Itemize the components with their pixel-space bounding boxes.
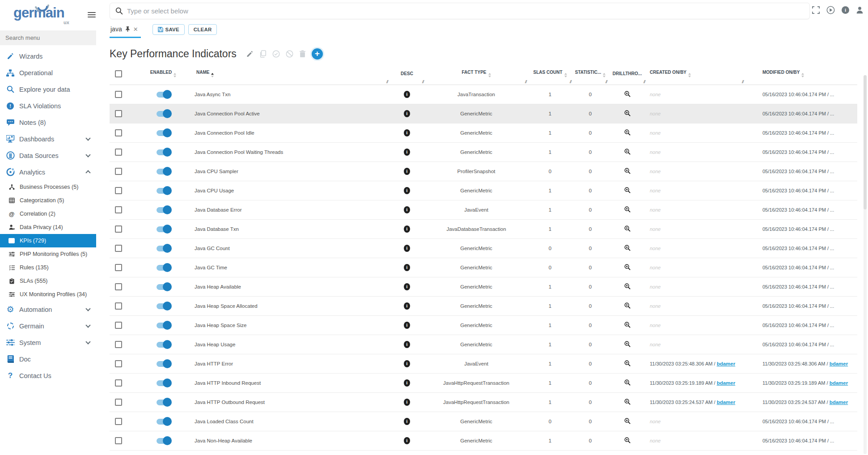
- sidebar-item-explore[interactable]: Explore your data: [0, 81, 96, 98]
- row-checkbox[interactable]: [115, 283, 122, 290]
- info-icon[interactable]: i: [404, 360, 410, 367]
- enabled-toggle[interactable]: [157, 380, 170, 386]
- drillthrough-icon[interactable]: [624, 322, 631, 328]
- kpi-name[interactable]: Java Heap Available: [190, 277, 389, 297]
- kpi-name[interactable]: Java CPU Sampler: [190, 162, 389, 181]
- drillthrough-icon[interactable]: [624, 110, 631, 116]
- row-checkbox[interactable]: [115, 110, 122, 117]
- remove-filter-icon[interactable]: ✕: [133, 26, 138, 33]
- sort-icon[interactable]: [688, 73, 691, 77]
- sort-icon[interactable]: [488, 73, 491, 77]
- row-checkbox[interactable]: [115, 418, 122, 425]
- kpi-name[interactable]: Java CPU Usage: [190, 181, 389, 200]
- info-icon[interactable]: i: [404, 206, 410, 213]
- info-icon[interactable]: i: [404, 399, 410, 406]
- sidebar-item-analytics[interactable]: Analytics: [0, 164, 96, 180]
- row-checkbox[interactable]: [115, 91, 122, 98]
- col-slas-count[interactable]: SLAS COUNT//: [528, 67, 572, 85]
- global-search[interactable]: [110, 3, 810, 19]
- enabled-toggle[interactable]: [157, 323, 170, 328]
- sort-icon[interactable]: [211, 73, 214, 77]
- drillthrough-icon[interactable]: [624, 168, 631, 174]
- row-checkbox[interactable]: [115, 302, 122, 310]
- info-icon[interactable]: i: [404, 110, 410, 117]
- kpi-name[interactable]: Java Heap Space Allocated: [190, 297, 389, 316]
- kpi-name[interactable]: Java Database Error: [190, 200, 389, 220]
- enabled-toggle[interactable]: [157, 149, 170, 155]
- sidebar-item-system[interactable]: System: [0, 334, 96, 351]
- enabled-toggle[interactable]: [157, 169, 170, 174]
- info-icon[interactable]: i: [404, 379, 410, 387]
- sidebar-item-wizards[interactable]: Wizards: [0, 48, 96, 64]
- enabled-toggle[interactable]: [157, 207, 170, 213]
- save-button[interactable]: SAVE: [152, 24, 185, 35]
- enabled-toggle[interactable]: [157, 303, 170, 309]
- row-checkbox[interactable]: [115, 129, 122, 136]
- enabled-toggle[interactable]: [157, 438, 170, 444]
- kpi-name[interactable]: Java Connection Pool Active: [190, 104, 389, 123]
- sidebar-item-business-processes[interactable]: Business Processes (5): [0, 180, 96, 194]
- enabled-toggle[interactable]: [157, 111, 170, 117]
- sidebar-item-dashboards[interactable]: Dashboards: [0, 131, 96, 147]
- col-modified[interactable]: MODIFIED ON/BY: [745, 67, 857, 85]
- drillthrough-icon[interactable]: [624, 187, 631, 193]
- sidebar-item-php-monitoring-profiles[interactable]: PHP Monitoring Profiles (5): [0, 247, 96, 261]
- sidebar-item-slas[interactable]: SLAs (555): [0, 274, 96, 288]
- play-circle-icon[interactable]: [826, 6, 835, 14]
- enabled-toggle[interactable]: [157, 419, 170, 425]
- row-checkbox[interactable]: [115, 168, 122, 175]
- drillthrough-icon[interactable]: [624, 379, 631, 386]
- info-icon[interactable]: i: [404, 322, 410, 329]
- drillthrough-icon[interactable]: [624, 225, 631, 232]
- sidebar-item-contact-us[interactable]: ? Contact Us: [0, 367, 96, 384]
- kpi-name[interactable]: Java HTTP Outbound Request: [190, 393, 389, 412]
- hamburger-menu-icon[interactable]: [88, 11, 96, 19]
- drillthrough-icon[interactable]: [624, 399, 631, 405]
- info-icon[interactable]: i: [404, 418, 410, 425]
- kpi-name[interactable]: Java Async Txn: [190, 85, 389, 104]
- row-checkbox[interactable]: [115, 379, 122, 387]
- enabled-toggle[interactable]: [157, 130, 170, 136]
- app-logo[interactable]: germain ux: [0, 0, 96, 29]
- sort-icon[interactable]: [174, 73, 176, 77]
- sort-icon[interactable]: [801, 73, 804, 77]
- pin-icon[interactable]: [125, 26, 130, 32]
- col-drillthrough[interactable]: DRILLTHRO...//: [608, 67, 646, 85]
- kpi-name[interactable]: Java Non-Heap Size: [190, 451, 389, 455]
- kpi-name[interactable]: Java Non-Heap Available: [190, 431, 389, 451]
- enabled-toggle[interactable]: [157, 400, 170, 405]
- kpi-name[interactable]: Java HTTP Inbound Request: [190, 374, 389, 393]
- enabled-toggle[interactable]: [157, 284, 170, 290]
- sidebar-item-germain[interactable]: Germain: [0, 318, 96, 334]
- sidebar-item-automation[interactable]: ⚙ Automation: [0, 301, 96, 318]
- col-name[interactable]: NAME//: [190, 67, 389, 85]
- vertical-scrollbar[interactable]: [864, 75, 867, 454]
- info-icon[interactable]: i: [404, 283, 410, 290]
- kpi-name[interactable]: Java GC Time: [190, 258, 389, 277]
- drillthrough-icon[interactable]: [624, 206, 631, 213]
- info-icon[interactable]: i: [404, 245, 410, 252]
- row-checkbox[interactable]: [115, 360, 122, 367]
- enabled-toggle[interactable]: [157, 361, 170, 367]
- enabled-toggle[interactable]: [157, 92, 170, 98]
- add-kpi-button[interactable]: +: [312, 48, 323, 60]
- info-icon[interactable]: i: [404, 91, 410, 98]
- row-checkbox[interactable]: [115, 399, 122, 406]
- user-icon[interactable]: [856, 6, 864, 14]
- chevron-up-icon[interactable]: [85, 170, 90, 175]
- created-user-link[interactable]: bdamer: [717, 361, 736, 366]
- clear-button[interactable]: CLEAR: [188, 24, 217, 35]
- created-user-link[interactable]: bdamer: [717, 400, 736, 405]
- sidebar-item-categorization[interactable]: Categorization (5): [0, 194, 96, 207]
- created-user-link[interactable]: bdamer: [717, 380, 736, 386]
- kpi-name[interactable]: Java HTTP Error: [190, 354, 389, 374]
- row-checkbox[interactable]: [115, 187, 122, 194]
- info-icon[interactable]: i: [404, 264, 410, 271]
- row-checkbox[interactable]: [115, 206, 122, 213]
- kpi-name[interactable]: Java GC Count: [190, 239, 389, 258]
- modified-user-link[interactable]: bdamer: [830, 361, 848, 366]
- info-icon[interactable]: i: [404, 187, 410, 194]
- row-checkbox[interactable]: [115, 264, 122, 271]
- kpi-name[interactable]: Java Connection Pool Idle: [190, 123, 389, 143]
- drillthrough-icon[interactable]: [624, 341, 631, 347]
